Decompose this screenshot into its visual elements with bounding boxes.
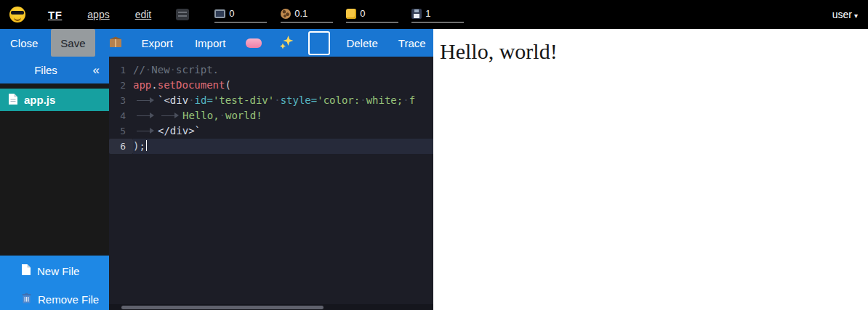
nav-edit-link[interactable]: edit [135, 9, 152, 20]
file-icon [9, 94, 17, 107]
sparkles-icon [279, 35, 294, 52]
app-preview: Hello, world! [433, 29, 868, 310]
floppy-stat-value: 1 [425, 8, 430, 19]
code-editor[interactable]: 123456 //·New·script.app.setDocument(`<d… [109, 57, 433, 310]
file-item-label: app.js [24, 94, 55, 106]
code-lines[interactable]: //·New·script.app.setDocument(`<div·id='… [133, 62, 433, 154]
monitor-stat-field[interactable]: 0 [214, 7, 267, 23]
nav-apps-link[interactable]: apps [87, 9, 109, 20]
files-panel-header: Files « [0, 57, 109, 83]
code-token: app [133, 79, 151, 91]
space-whitespace-marker: · [220, 110, 225, 121]
horizontal-scrollbar[interactable] [109, 304, 433, 310]
files-panel-title: Files [34, 64, 75, 76]
monitor-icon [214, 9, 225, 18]
new-file-button[interactable]: New File [0, 261, 109, 280]
remove-file-button[interactable]: Remove File [0, 290, 109, 309]
file-item-app-js[interactable]: app.js [0, 89, 109, 111]
code-token: ` [195, 125, 201, 136]
tab-whitespace-marker [133, 93, 158, 108]
line-number: 2 [109, 78, 133, 93]
coin-stat-value: 0 [360, 8, 365, 19]
tab-whitespace-marker [133, 108, 158, 123]
cookie-stat-field[interactable]: 0.1 [281, 7, 333, 23]
editor-toolbar: Close Save Export Import Delete Trace [0, 29, 433, 57]
space-whitespace-marker: · [360, 94, 366, 106]
topbar: TF apps edit 0 0.1 0 1 user ▾ [0, 0, 868, 29]
code-token: setDocument [158, 79, 225, 91]
file-list: app.js [0, 83, 109, 256]
new-file-label: New File [37, 265, 79, 277]
code-line[interactable]: //·New·script. [133, 62, 433, 78]
sunglasses-smiley-icon[interactable] [9, 7, 25, 23]
trace-button[interactable]: Trace [393, 30, 432, 56]
code-token: New [151, 64, 169, 76]
line-number: 3 [109, 93, 133, 108]
remove-file-label: Remove File [38, 293, 99, 306]
code-token: ( [225, 79, 230, 91]
space-whitespace-marker: · [170, 64, 176, 76]
floppy-stat-field[interactable]: 1 [411, 7, 464, 23]
preview-heading: Hello, world! [440, 39, 868, 64]
delete-button[interactable]: Delete [340, 30, 383, 56]
code-line[interactable]: Hello,·world! [133, 108, 433, 123]
package-icon [108, 36, 123, 50]
code-token: f [409, 94, 415, 106]
space-whitespace-marker: · [403, 94, 409, 106]
file-actions-panel: New File Remove File [0, 256, 109, 310]
soap-button[interactable] [243, 36, 265, 51]
sparkles-button[interactable] [276, 32, 297, 54]
space-whitespace-marker: · [188, 94, 194, 106]
code-token: 'color: [317, 94, 360, 106]
blank-swatch-button[interactable] [308, 31, 330, 55]
code-token: ); [133, 140, 145, 152]
soap-icon [246, 38, 262, 48]
code-token: </div> [158, 125, 195, 136]
code-token: style= [281, 94, 318, 106]
line-number: 4 [109, 108, 133, 123]
coin-icon [346, 9, 356, 19]
code-token: script. [176, 64, 219, 76]
floppy-icon [411, 9, 422, 19]
code-line[interactable]: `<div·id='test-div'·style='color:·white;… [133, 93, 433, 108]
user-menu[interactable]: user ▾ [832, 0, 858, 29]
scrollbar-thumb[interactable] [121, 306, 324, 309]
controls-icon[interactable] [176, 9, 189, 20]
text-cursor [146, 140, 148, 151]
line-number: 5 [109, 123, 133, 139]
coin-stat-field[interactable]: 0 [346, 7, 398, 23]
line-number: 6 [109, 139, 133, 154]
import-button[interactable]: Import [189, 30, 232, 56]
code-token: world! [225, 110, 262, 121]
line-number: 1 [109, 62, 133, 78]
trash-icon [22, 293, 31, 306]
save-button[interactable]: Save [51, 29, 95, 57]
user-menu-label: user [832, 9, 852, 20]
gutter: 123456 [109, 62, 133, 154]
code-line[interactable]: </div>` [133, 123, 433, 139]
tab-whitespace-marker [158, 108, 182, 123]
code-line[interactable]: ); [133, 139, 433, 154]
chevron-down-icon: ▾ [854, 10, 858, 20]
close-button[interactable]: Close [4, 30, 44, 56]
code-token: // [133, 64, 145, 76]
monitor-stat-value: 0 [229, 8, 234, 19]
code-line[interactable]: app.setDocument( [133, 78, 433, 93]
code-token: id= [195, 94, 213, 106]
code-token: 'test-div' [213, 94, 274, 106]
code-token: <div [164, 94, 188, 106]
code-token: . [151, 79, 157, 91]
space-whitespace-marker: · [274, 94, 280, 106]
brand-link[interactable]: TF [48, 9, 62, 21]
cookie-icon [281, 9, 291, 19]
code-token: Hello, [182, 110, 220, 121]
cookie-stat-value: 0.1 [294, 8, 308, 19]
collapse-panel-button[interactable]: « [93, 63, 100, 78]
tab-whitespace-marker [133, 123, 158, 139]
package-button[interactable] [105, 33, 126, 53]
code-token: white; [366, 94, 403, 106]
export-button[interactable]: Export [136, 30, 179, 56]
new-file-icon [22, 264, 31, 277]
